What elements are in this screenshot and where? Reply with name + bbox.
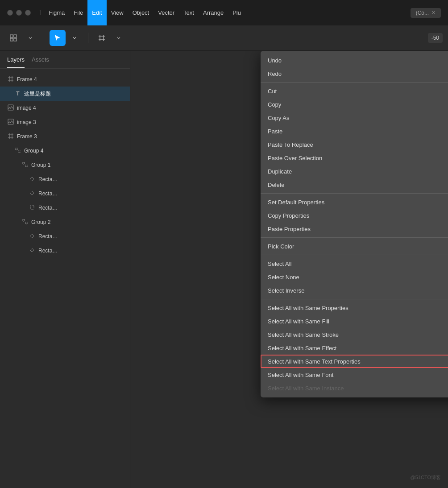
menu-item-label: Select All with Same Text Properties <box>268 358 361 365</box>
layer-item[interactable]: Recta… <box>0 201 130 215</box>
x-coord: -50 <box>428 33 443 43</box>
menu-item-copy-properties[interactable]: Copy Properties⌥⌘C <box>261 209 448 222</box>
svg-rect-2 <box>10 38 13 41</box>
menu-item-copy-as[interactable]: Copy As▶ <box>261 111 448 124</box>
menu-item-select-none[interactable]: Select None <box>261 270 448 284</box>
menu-edit[interactable]: Edit <box>87 0 106 25</box>
traffic-light-minimize[interactable] <box>16 10 22 16</box>
separator-2 <box>88 33 88 43</box>
grid-dropdown[interactable] <box>22 30 38 46</box>
coord-display: -50 <box>428 33 443 43</box>
menu-item-label: Paste Over Selection <box>268 155 322 161</box>
layer-item[interactable]: Group 2 <box>0 215 130 229</box>
menu-item-paste-properties[interactable]: Paste Properties⌥⌘V <box>261 222 448 236</box>
dropdown-overlay: Undo⌘ZRedo⇧⌘ZCut⌘XCopy⌘CCopy As▶Paste⌘VP… <box>130 51 448 488</box>
layer-item[interactable]: image 4 <box>0 101 130 115</box>
select-tool-button[interactable] <box>50 30 66 46</box>
svg-rect-0 <box>10 35 13 37</box>
menu-item-label: Duplicate <box>268 168 292 175</box>
file-tab[interactable]: (Co... ✕ <box>411 8 441 18</box>
menu-item-label: Paste <box>268 128 282 135</box>
layer-name: image 4 <box>17 105 123 111</box>
menu-item-duplicate[interactable]: Duplicate⌘D <box>261 165 448 178</box>
menu-item-label: Copy Properties <box>268 212 309 219</box>
layer-name: 这里是标题 <box>24 90 123 98</box>
menu-item-select-all-with-same-fill[interactable]: Select All with Same Fill <box>261 314 448 328</box>
svg-rect-6 <box>16 148 17 150</box>
menu-item-label: Paste To Replace <box>268 141 313 148</box>
menu-item-copy[interactable]: Copy⌘C <box>261 98 448 111</box>
traffic-lights <box>7 10 31 16</box>
rect-icon <box>29 205 36 211</box>
select-dropdown[interactable] <box>66 30 83 46</box>
layer-name: Frame 3 <box>17 133 123 140</box>
layer-item[interactable]: Group 4 <box>0 144 130 158</box>
traffic-light-maximize[interactable] <box>25 10 31 16</box>
layer-item[interactable]: Frame 4 <box>0 72 130 87</box>
menu-item-set-default-properties[interactable]: Set Default Properties <box>261 195 448 209</box>
menu-figma[interactable]: Figma <box>44 0 69 25</box>
menu-item-label: Cut <box>268 88 277 95</box>
rect-icon <box>29 248 36 254</box>
layer-item[interactable]: Recta… <box>0 172 130 186</box>
menu-item-redo[interactable]: Redo⇧⌘Z <box>261 67 448 80</box>
menu-item-select-all-with-same-effect[interactable]: Select All with Same Effect <box>261 341 448 355</box>
tab-layers[interactable]: Layers <box>7 56 25 68</box>
layer-name: Group 2 <box>31 219 123 225</box>
frame-icon <box>7 76 14 83</box>
menu-divider <box>261 193 448 194</box>
menu-plugins[interactable]: Plu <box>228 0 245 25</box>
file-tab-close[interactable]: ✕ <box>431 10 436 16</box>
layer-item[interactable]: Recta… <box>0 186 130 201</box>
menu-item-pick-color[interactable]: Pick Color^C <box>261 240 448 253</box>
frame-tool-button[interactable] <box>94 30 110 46</box>
menu-item-select-all-with-same-stroke[interactable]: Select All with Same Stroke <box>261 328 448 341</box>
frame-dropdown[interactable] <box>111 30 127 46</box>
layer-item[interactable]: Frame 3 <box>0 129 130 144</box>
menu-view[interactable]: View <box>107 0 128 25</box>
svg-rect-7 <box>18 151 20 153</box>
menu-item-select-inverse[interactable]: Select Inverse⇧⌘A <box>261 284 448 297</box>
title-bar:  Figma File Edit View Object Vector Tex… <box>0 0 448 25</box>
menu-item-select-all-with-same-font[interactable]: Select All with Same Font <box>261 368 448 381</box>
menu-item-paste-over-selection[interactable]: Paste Over Selection⇧⌘V <box>261 151 448 165</box>
menu-item-select-all-with-same-properties[interactable]: Select All with Same Properties <box>261 301 448 314</box>
menu-file[interactable]: File <box>69 0 87 25</box>
menu-item-undo[interactable]: Undo⌘Z <box>261 54 448 67</box>
frame-icon <box>7 133 14 140</box>
layer-name: Recta… <box>38 248 123 254</box>
tool-group-select <box>50 30 83 46</box>
layer-item[interactable]: Recta… <box>0 244 130 258</box>
menu-item-paste[interactable]: Paste⌘V <box>261 124 448 138</box>
menu-item-label: Select All with Same Fill <box>268 318 329 325</box>
layer-item[interactable]: T这里是标题 <box>0 87 130 101</box>
text-icon: T <box>14 91 21 97</box>
traffic-light-close[interactable] <box>7 10 13 16</box>
menu-text[interactable]: Text <box>179 0 199 25</box>
menu-object[interactable]: Object <box>128 0 154 25</box>
tab-assets[interactable]: Assets <box>32 56 49 68</box>
left-panel: Layers Assets Frame 4T这里是标题image 4image … <box>0 51 130 488</box>
layer-item[interactable]: image 3 <box>0 115 130 129</box>
image-icon <box>7 104 14 112</box>
menu-item-cut[interactable]: Cut⌘X <box>261 84 448 98</box>
menu-divider <box>261 299 448 299</box>
menu-arrange[interactable]: Arrange <box>199 0 228 25</box>
menu-vector[interactable]: Vector <box>153 0 179 25</box>
layer-item[interactable]: Group 1 <box>0 158 130 172</box>
menu-divider <box>261 237 448 238</box>
menu-item-label: Copy As <box>268 115 289 121</box>
grid-tool-button[interactable] <box>5 30 21 46</box>
menu-item-delete[interactable]: Delete⌫ <box>261 178 448 191</box>
menu-item-paste-to-replace[interactable]: Paste To Replace⌥⇧⌘V <box>261 138 448 151</box>
group-icon <box>21 162 29 168</box>
svg-rect-1 <box>14 35 17 37</box>
file-tab-label: (Co... <box>416 10 429 16</box>
svg-rect-12 <box>25 222 27 224</box>
menu-item-label: Undo <box>268 57 282 64</box>
tool-group-left <box>5 30 38 46</box>
menu-item-select-all[interactable]: Select All⌘A <box>261 257 448 270</box>
layer-item[interactable]: Recta… <box>0 229 130 244</box>
menu-item-select-all-with-same-text-properties[interactable]: Select All with Same Text Properties <box>261 355 448 368</box>
menu-bar: Figma File Edit View Object Vector Text … <box>44 0 410 25</box>
